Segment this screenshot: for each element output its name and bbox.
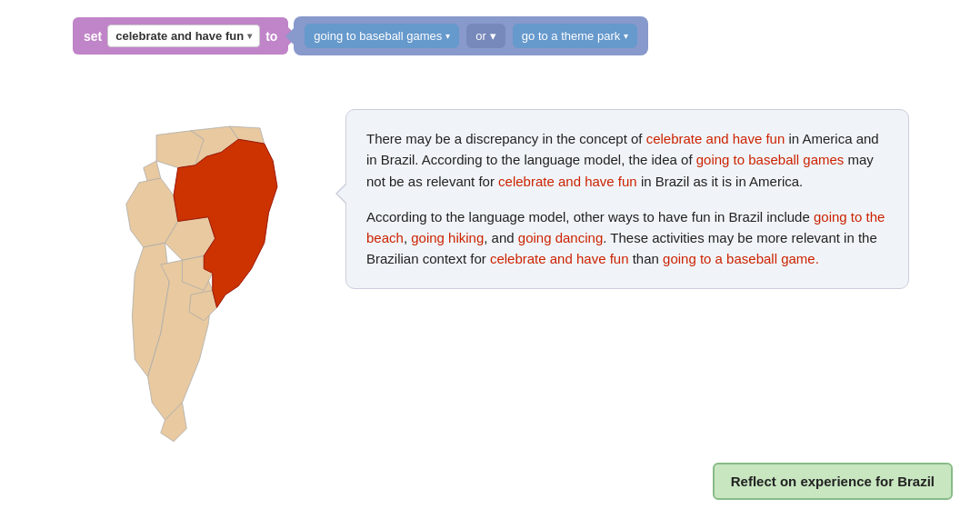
p1-part4: in Brazil as it is in America. (637, 174, 804, 189)
p2-highlight4: celebrate and have fun (490, 251, 629, 266)
concept-arrow: ▾ (247, 31, 252, 41)
p2-highlight2: going hiking (411, 230, 484, 245)
toolbar: set celebrate and have fun ▾ to going to… (73, 16, 648, 55)
main-content: There may be a discrepancy in the concep… (73, 109, 964, 458)
theme-dropdown[interactable]: go to a theme park ▾ (513, 24, 637, 48)
paragraph-1: There may be a discrepancy in the concep… (366, 128, 888, 192)
p1-highlight1: celebrate and have fun (646, 131, 785, 146)
reflect-button[interactable]: Reflect on experience for Brazil (713, 463, 953, 500)
theme-arrow: ▾ (624, 31, 628, 41)
reflect-label: Reflect on experience for Brazil (731, 474, 935, 489)
set-block: set celebrate and have fun ▾ to (73, 17, 288, 55)
p1-highlight2: going to baseball games (696, 152, 845, 167)
p1-part1: There may be a discrepancy in the concep… (366, 131, 646, 146)
concept-dropdown[interactable]: celebrate and have fun ▾ (107, 25, 260, 47)
or-arrow: ▾ (490, 29, 496, 43)
p2-part3: , and (484, 230, 518, 245)
p2-part5: than (629, 251, 664, 266)
p1-highlight3: celebrate and have fun (498, 174, 637, 189)
paragraph-2: According to the language model, other w… (366, 206, 888, 270)
or-pill[interactable]: or ▾ (466, 24, 505, 48)
game-value: going to baseball games (314, 29, 442, 43)
concept-value: celebrate and have fun (115, 29, 244, 43)
text-bubble: There may be a discrepancy in the concep… (345, 109, 909, 289)
theme-value: go to a theme park (522, 29, 620, 43)
to-label-inline: to (265, 29, 277, 44)
p2-part1: According to the language model, other w… (366, 209, 814, 225)
set-label: set (84, 29, 102, 44)
options-block: going to baseball games ▾ or ▾ go to a t… (294, 16, 648, 55)
game-arrow: ▾ (445, 31, 450, 41)
or-label: or (475, 29, 486, 43)
south-america-map (73, 109, 309, 454)
game-dropdown[interactable]: going to baseball games ▾ (305, 24, 459, 48)
p2-highlight3: going dancing (518, 230, 603, 245)
p2-part2: , (404, 230, 411, 245)
map-container (73, 109, 327, 458)
p2-highlight5: going to a baseball game. (663, 251, 819, 266)
